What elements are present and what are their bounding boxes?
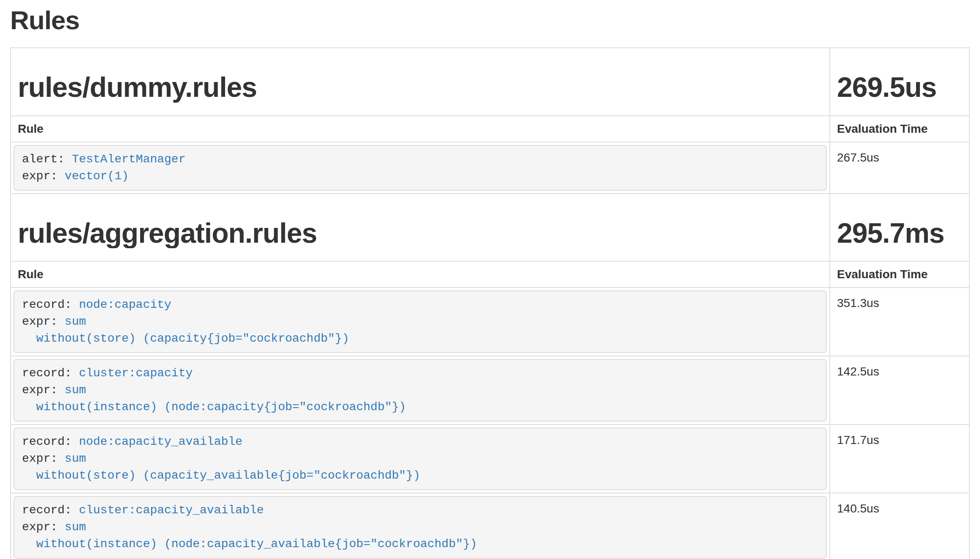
rules-content: Rules rules/dummy.rules269.5usRuleEvalua… [0,6,980,559]
code-line: record: cluster:capacity_available [22,502,818,519]
rule-eval-time-cell: 267.5us [830,142,969,194]
rule-eval-time-cell: 171.7us [830,425,969,493]
code-text: alert: [22,153,72,166]
eval-time-column-header: Evaluation Time [830,116,969,142]
code-line: record: node:capacity_available [22,433,818,450]
code-link[interactable]: sum [65,452,86,465]
code-text: expr: [22,384,65,397]
code-link[interactable]: without(instance) (node:capacity{job="co… [36,400,406,414]
rules-table: rules/dummy.rules269.5usRuleEvaluation T… [10,47,970,559]
code-line: expr: sum [22,382,818,399]
rule-row: record: cluster:capacity_availableexpr: … [11,493,969,559]
rule-code-block: record: cluster:capacity_availableexpr: … [14,496,827,559]
code-line: without(store) (capacity{job="cockroachd… [22,330,818,347]
code-link[interactable]: cluster:capacity_available [79,504,264,517]
code-text: record: [22,367,79,380]
rule-code-cell: record: cluster:capacity_availableexpr: … [11,493,830,559]
code-text: expr: [22,521,65,534]
rule-code-block: record: node:capacityexpr: sum without(s… [14,290,827,353]
rule-eval-time-cell: 142.5us [830,356,969,425]
code-line: alert: TestAlertManager [22,151,818,168]
rule-row: record: cluster:capacityexpr: sum withou… [11,356,969,425]
group-file-name: rules/dummy.rules [18,72,823,103]
group-eval-time: 269.5us [837,72,962,103]
rule-code-block: record: cluster:capacityexpr: sum withou… [14,359,827,422]
code-link[interactable]: cluster:capacity [79,367,193,380]
code-link[interactable]: vector(1) [65,170,129,183]
code-link[interactable]: sum [65,315,86,328]
prometheus-rules-page: { "page": { "title": "Rules" }, "table":… [0,0,980,559]
code-text: record: [22,298,79,311]
rules-table-body: rules/dummy.rules269.5usRuleEvaluation T… [11,48,969,559]
code-text: expr: [22,452,65,465]
code-text: expr: [22,170,65,183]
group-header-row: rules/aggregation.rules295.7ms [11,194,969,262]
group-eval-time-cell: 295.7ms [830,194,969,262]
code-link[interactable]: without(instance) (node:capacity_availab… [36,537,477,551]
rule-row: record: node:capacity_availableexpr: sum… [11,425,969,493]
code-link[interactable]: sum [65,521,86,534]
code-link[interactable]: TestAlertManager [72,153,186,166]
rule-eval-time-cell: 140.5us [830,493,969,559]
page-title: Rules [10,6,970,35]
column-header-row: RuleEvaluation Time [11,116,969,142]
rule-code-cell: record: node:capacityexpr: sum without(s… [11,288,830,356]
code-text: record: [22,435,79,448]
code-text [22,469,36,482]
code-link[interactable]: node:capacity [79,298,171,311]
rule-code-cell: record: node:capacity_availableexpr: sum… [11,425,830,493]
code-text [22,537,36,551]
group-file-cell: rules/aggregation.rules [11,194,830,262]
rule-column-header: Rule [11,261,830,288]
rule-row: record: node:capacityexpr: sum without(s… [11,288,969,356]
code-line: expr: vector(1) [22,168,818,185]
code-line: record: node:capacity [22,296,818,313]
code-line: without(instance) (node:capacity_availab… [22,536,818,553]
group-file-cell: rules/dummy.rules [11,48,830,116]
group-header-row: rules/dummy.rules269.5us [11,48,969,116]
rule-column-header: Rule [11,116,830,142]
group-eval-time-cell: 269.5us [830,48,969,116]
code-text [22,400,36,414]
eval-time-column-header: Evaluation Time [830,261,969,288]
rule-code-cell: alert: TestAlertManagerexpr: vector(1) [11,142,830,194]
code-link[interactable]: node:capacity_available [79,435,242,448]
code-line: expr: sum [22,450,818,467]
code-text: expr: [22,315,65,328]
rule-row: alert: TestAlertManagerexpr: vector(1)26… [11,142,969,194]
code-text: record: [22,504,79,517]
code-link[interactable]: sum [65,384,86,397]
code-link[interactable]: without(store) (capacity_available{job="… [36,469,420,482]
code-link[interactable]: without(store) (capacity{job="cockroachd… [36,332,349,345]
rule-eval-time-cell: 351.3us [830,288,969,356]
group-eval-time: 295.7ms [837,218,962,249]
code-line: without(store) (capacity_available{job="… [22,467,818,484]
group-file-name: rules/aggregation.rules [18,218,823,249]
code-text [22,332,36,345]
code-line: without(instance) (node:capacity{job="co… [22,399,818,416]
code-line: expr: sum [22,519,818,536]
column-header-row: RuleEvaluation Time [11,261,969,288]
rule-code-block: alert: TestAlertManagerexpr: vector(1) [14,145,827,191]
rule-code-block: record: node:capacity_availableexpr: sum… [14,427,827,490]
rule-code-cell: record: cluster:capacityexpr: sum withou… [11,356,830,425]
code-line: expr: sum [22,313,818,330]
code-line: record: cluster:capacity [22,365,818,382]
